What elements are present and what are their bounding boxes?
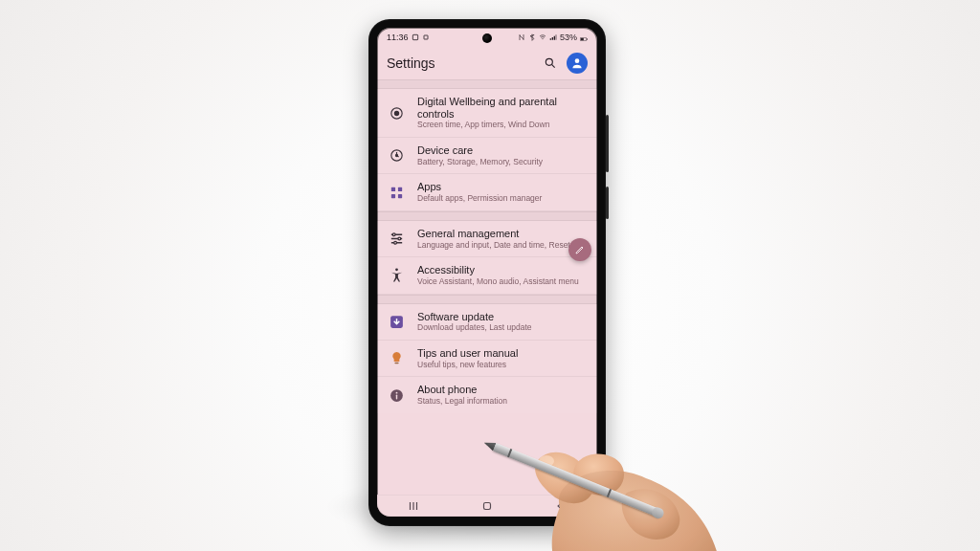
settings-item-about-phone[interactable]: About phone Status, Legal information xyxy=(377,377,597,412)
signal-icon xyxy=(549,33,557,41)
item-subtitle: Battery, Storage, Memory, Security xyxy=(417,158,586,167)
svg-rect-3 xyxy=(581,38,584,40)
svg-rect-20 xyxy=(394,363,398,364)
settings-item-digital-wellbeing[interactable]: Digital Wellbeing and parental controls … xyxy=(377,89,597,138)
svg-rect-0 xyxy=(412,34,417,39)
settings-list[interactable]: Digital Wellbeing and parental controls … xyxy=(377,79,597,496)
item-title: Digital Wellbeing and parental controls xyxy=(417,96,586,120)
wellbeing-icon xyxy=(387,103,406,122)
svg-rect-23 xyxy=(395,394,396,399)
settings-item-general-management[interactable]: General management Language and input, D… xyxy=(377,221,597,257)
front-camera-cutout xyxy=(482,33,492,43)
svg-point-6 xyxy=(575,58,580,63)
settings-item-accessibility[interactable]: Accessibility Voice Assistant, Mono audi… xyxy=(377,257,597,294)
item-subtitle: Screen time, App timers, Wind Down xyxy=(417,121,586,130)
item-subtitle: Status, Legal information xyxy=(417,397,586,407)
item-title: Accessibility xyxy=(417,264,586,276)
group-divider xyxy=(377,211,597,221)
clock-text: 11:36 xyxy=(387,33,409,42)
wifi-icon xyxy=(539,33,546,41)
item-title: Device care xyxy=(417,144,586,157)
svg-rect-1 xyxy=(424,35,428,39)
group-divider xyxy=(377,79,597,89)
search-icon xyxy=(544,56,557,70)
item-title: Tips and user manual xyxy=(417,347,586,360)
item-title: General management xyxy=(417,228,586,240)
notification-icon-2 xyxy=(422,33,430,41)
pen-icon xyxy=(574,244,586,255)
apps-icon xyxy=(387,183,406,202)
item-subtitle: Download updates, Last update xyxy=(417,323,586,333)
info-icon xyxy=(387,386,406,405)
spen-fab[interactable] xyxy=(568,238,591,261)
svg-point-18 xyxy=(395,269,398,272)
page-title: Settings xyxy=(387,55,534,71)
nfc-icon xyxy=(518,33,525,41)
item-subtitle: Default apps, Permission manager xyxy=(417,194,586,204)
svg-point-8 xyxy=(394,111,398,115)
svg-rect-11 xyxy=(390,187,394,190)
device-care-icon xyxy=(387,146,406,165)
search-button[interactable] xyxy=(540,53,561,74)
item-subtitle: Language and input, Date and time, Reset xyxy=(417,241,586,251)
tips-icon xyxy=(387,349,406,368)
notification-icon xyxy=(412,33,419,41)
svg-rect-12 xyxy=(397,187,401,190)
battery-text: 53% xyxy=(560,33,577,42)
accessibility-icon xyxy=(387,266,406,285)
svg-point-22 xyxy=(395,391,397,393)
item-title: About phone xyxy=(417,384,586,396)
svg-rect-14 xyxy=(397,194,401,198)
battery-icon xyxy=(580,33,588,41)
settings-header: Settings xyxy=(377,47,597,79)
power-button[interactable] xyxy=(606,187,609,219)
home-button[interactable] xyxy=(468,499,506,513)
settings-item-tips[interactable]: Tips and user manual Useful tips, new fe… xyxy=(377,341,597,377)
bluetooth-icon xyxy=(528,33,536,41)
item-subtitle: Voice Assistant, Mono audio, Assistant m… xyxy=(417,277,586,287)
svg-point-10 xyxy=(395,155,397,157)
svg-point-16 xyxy=(397,237,400,240)
status-right: 53% xyxy=(518,33,588,42)
volume-rocker[interactable] xyxy=(606,115,609,172)
svg-rect-13 xyxy=(390,194,394,198)
settings-item-apps[interactable]: Apps Default apps, Permission manager xyxy=(377,174,597,210)
phone-frame: 11:36 xyxy=(368,19,606,526)
sliders-icon xyxy=(387,230,406,249)
status-left: 11:36 xyxy=(387,33,430,42)
group-divider xyxy=(377,295,597,304)
svg-rect-4 xyxy=(587,38,588,40)
svg-rect-24 xyxy=(483,503,490,510)
settings-item-device-care[interactable]: Device care Battery, Storage, Memory, Se… xyxy=(377,138,597,174)
item-title: Apps xyxy=(417,181,586,193)
settings-item-software-update[interactable]: Software update Download updates, Last u… xyxy=(377,304,597,341)
person-icon xyxy=(570,56,584,70)
svg-point-5 xyxy=(546,58,552,65)
recents-button[interactable] xyxy=(394,499,433,513)
scene: 11:36 xyxy=(0,0,980,551)
item-title: Software update xyxy=(417,311,586,323)
update-icon xyxy=(387,312,406,331)
nav-bar xyxy=(377,495,597,517)
svg-point-17 xyxy=(393,241,396,244)
svg-point-15 xyxy=(392,233,395,236)
account-avatar-button[interactable] xyxy=(567,53,588,74)
item-subtitle: Useful tips, new features xyxy=(417,361,586,370)
back-button[interactable] xyxy=(542,499,580,513)
